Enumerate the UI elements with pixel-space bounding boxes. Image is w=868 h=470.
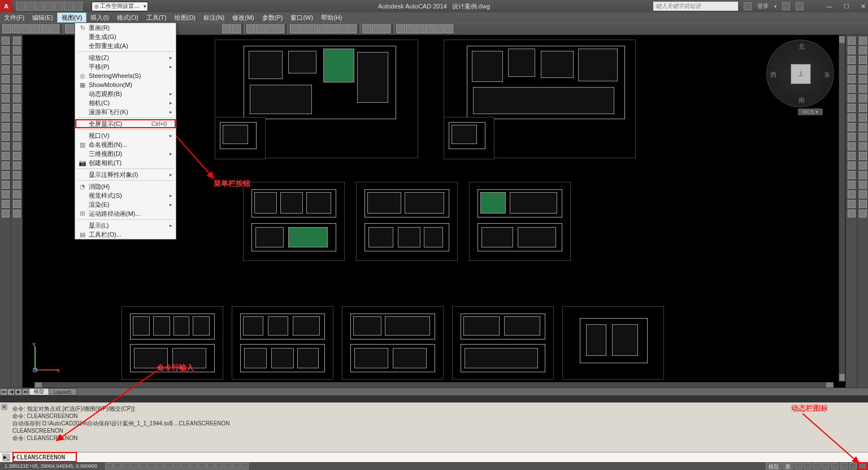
leftcol1-tool-2[interactable] bbox=[2, 56, 10, 64]
maximize-button[interactable]: ☐ bbox=[844, 3, 849, 10]
menu-修改(M)[interactable]: 修改(M) bbox=[228, 12, 258, 23]
rightcol2-tool-8[interactable] bbox=[859, 114, 867, 121]
leftcol1-tool-18[interactable] bbox=[2, 210, 10, 217]
menu-编辑(E)[interactable]: 编辑(E) bbox=[28, 12, 57, 23]
menu-参数(P)[interactable]: 参数(P) bbox=[258, 12, 287, 23]
rightcol-tool-2[interactable] bbox=[848, 56, 856, 64]
command-prompt-icon[interactable]: ▶_ bbox=[2, 454, 10, 462]
help-search-input[interactable]: 键入关键字或短语 bbox=[653, 2, 738, 11]
leftcol2-tool-12[interactable] bbox=[13, 152, 21, 160]
menu-item-视口(V)[interactable]: 视口(V) bbox=[75, 131, 176, 140]
nav-3-icon[interactable] bbox=[381, 24, 390, 33]
status-toggle-5[interactable] bbox=[147, 463, 155, 469]
nav-1-icon[interactable] bbox=[362, 24, 371, 33]
status-toggle-15[interactable] bbox=[232, 463, 240, 469]
preview-icon[interactable] bbox=[41, 24, 50, 33]
leftcol2-tool-8[interactable] bbox=[13, 114, 21, 121]
rightcol2-tool-5[interactable] bbox=[859, 85, 867, 93]
menu-item-ShowMotion(M)[interactable]: ▦ShowMotion(M) bbox=[75, 80, 176, 89]
leftcol2-tool-13[interactable] bbox=[13, 162, 21, 169]
menu-标注(N)[interactable]: 标注(N) bbox=[199, 12, 228, 23]
login-label[interactable]: 登录 bbox=[757, 2, 769, 10]
help-icon[interactable] bbox=[796, 2, 804, 10]
viewcube-north[interactable]: 北 bbox=[798, 42, 805, 51]
model-button[interactable]: 模型 bbox=[766, 463, 782, 469]
leftcol1-tool-6[interactable] bbox=[2, 94, 10, 102]
rightcol2-tool-10[interactable] bbox=[859, 133, 867, 141]
qat-open-icon[interactable] bbox=[25, 2, 34, 11]
menu-item-命名视图(N)...[interactable]: ▥命名视图(N)... bbox=[75, 140, 176, 149]
close-cmdline-button[interactable]: ✕ bbox=[1, 404, 7, 410]
menu-item-创建相机(T)[interactable]: 📷创建相机(T) bbox=[75, 158, 176, 167]
nav-5-icon[interactable] bbox=[406, 24, 415, 33]
rightcol-tool-18[interactable] bbox=[848, 210, 856, 217]
menu-窗口(W)[interactable]: 窗口(W) bbox=[287, 12, 317, 23]
leftcol2-tool-6[interactable] bbox=[13, 94, 21, 102]
rightcol-tool-5[interactable] bbox=[848, 85, 856, 93]
nav-7-icon[interactable] bbox=[425, 24, 434, 33]
model-tab[interactable]: 模型 bbox=[29, 388, 49, 395]
cut-icon[interactable] bbox=[65, 24, 74, 33]
rightcol-tool-12[interactable] bbox=[848, 152, 856, 160]
rightcol2-tool-1[interactable] bbox=[859, 46, 867, 54]
wcs-indicator[interactable]: WCS ▾ bbox=[798, 108, 823, 115]
viewcube-west[interactable]: 西 bbox=[770, 71, 776, 79]
quickcalc-icon[interactable] bbox=[338, 24, 347, 33]
leftcol1-tool-15[interactable] bbox=[2, 181, 10, 189]
tab-first-button[interactable]: ⏮ bbox=[0, 389, 7, 395]
exchange-icon[interactable] bbox=[782, 2, 790, 10]
rightcol-tool-11[interactable] bbox=[848, 142, 856, 150]
menu-item-渲染(E)[interactable]: 渲染(E) bbox=[75, 200, 176, 209]
status-toggle-13[interactable] bbox=[215, 463, 223, 469]
leftcol2-tool-9[interactable] bbox=[13, 123, 21, 131]
status-toggle-16[interactable] bbox=[241, 463, 249, 469]
menu-item-全屏显示(C)[interactable]: 全屏显示(C)Ctrl+0 bbox=[75, 119, 176, 128]
layout1-tab[interactable]: Layout1 bbox=[49, 388, 77, 395]
view-cube[interactable]: 北 南 东 西 上 bbox=[766, 40, 834, 107]
menu-item-平移(P)[interactable]: 平移(P) bbox=[75, 62, 176, 71]
leftcol2-tool-18[interactable] bbox=[13, 210, 21, 217]
rightcol-tool-4[interactable] bbox=[848, 75, 856, 83]
rightcol-tool-14[interactable] bbox=[848, 171, 856, 179]
menu-item-漫游和飞行(K)[interactable]: 漫游和飞行(K) bbox=[75, 107, 176, 116]
rightcol-tool-6[interactable] bbox=[848, 94, 856, 102]
viewcube-east[interactable]: 东 bbox=[824, 71, 830, 79]
rightcol2-tool-9[interactable] bbox=[859, 123, 867, 131]
status-toggle-9[interactable] bbox=[181, 463, 189, 469]
nav-2-icon[interactable] bbox=[372, 24, 381, 33]
new-icon[interactable] bbox=[2, 24, 11, 33]
rightcol2-tool-12[interactable] bbox=[859, 152, 867, 160]
workspace-switcher[interactable]: ◎工作空间设置… bbox=[92, 2, 148, 11]
leftcol1-tool-16[interactable] bbox=[2, 190, 10, 198]
rightcol2-tool-14[interactable] bbox=[859, 171, 867, 179]
leftcol1-tool-10[interactable] bbox=[2, 133, 10, 141]
coordinate-readout[interactable]: 1.388121E+05, 29004.949345, 0.000000 bbox=[2, 463, 99, 469]
leftcol1-tool-7[interactable] bbox=[2, 104, 10, 112]
status-toggle-1[interactable] bbox=[114, 463, 121, 469]
menu-item-SteeringWheels(S)[interactable]: ◎SteeringWheels(S) bbox=[75, 71, 176, 80]
menu-item-重生成(G)[interactable]: 重生成(G) bbox=[75, 32, 176, 41]
menu-视图(V)[interactable]: 视图(V) bbox=[57, 12, 87, 23]
status-toggle-14[interactable] bbox=[224, 463, 232, 469]
leftcol2-tool-10[interactable] bbox=[13, 133, 21, 141]
isolate-icon[interactable] bbox=[849, 463, 857, 469]
menu-item-消隐(H)[interactable]: ◔消隐(H) bbox=[75, 182, 176, 191]
qat-print-icon[interactable] bbox=[54, 2, 63, 11]
leftcol1-tool-11[interactable] bbox=[2, 142, 10, 150]
lock-ui-icon[interactable] bbox=[831, 463, 839, 469]
rightcol2-tool-15[interactable] bbox=[859, 181, 867, 189]
markup-icon[interactable] bbox=[328, 24, 337, 33]
pan-icon[interactable] bbox=[246, 24, 255, 33]
vertical-scrollbar[interactable] bbox=[839, 35, 845, 382]
status-toggle-10[interactable] bbox=[190, 463, 198, 469]
signin-icon[interactable] bbox=[744, 2, 752, 10]
status-toggle-4[interactable] bbox=[139, 463, 147, 469]
rightcol2-tool-16[interactable] bbox=[859, 190, 867, 198]
status-toggle-11[interactable] bbox=[198, 463, 206, 469]
redo-icon[interactable] bbox=[232, 24, 241, 33]
qat-redo-icon[interactable] bbox=[73, 2, 83, 11]
leftcol2-tool-3[interactable] bbox=[13, 66, 21, 73]
tab-next-button[interactable]: ▶ bbox=[15, 389, 22, 395]
menu-插入(I)[interactable]: 插入(I) bbox=[86, 12, 112, 23]
minimize-button[interactable]: — bbox=[826, 3, 832, 10]
